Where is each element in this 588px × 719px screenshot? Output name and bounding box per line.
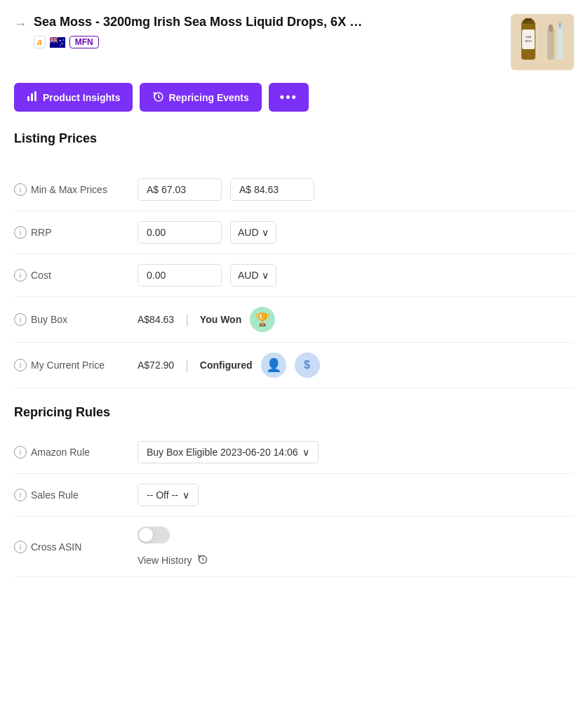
cost-value: 0.00 AUD ∨: [138, 264, 574, 286]
current-price-info-icon[interactable]: i: [14, 359, 27, 371]
cross-asin-label: i Cross ASIN: [14, 541, 126, 553]
history-icon: [196, 553, 208, 567]
cost-currency-select[interactable]: AUD ∨: [230, 264, 276, 286]
min-max-prices-value: A$ 67.03 A$ 84.63: [138, 178, 574, 201]
trophy-badge: 🏆: [250, 307, 275, 332]
dollar-icon: $: [304, 359, 310, 371]
current-price-label: i My Current Price: [14, 359, 126, 371]
amazon-rule-chevron-icon: ∨: [302, 447, 309, 458]
toggle-knob: [139, 528, 153, 542]
dollar-badge[interactable]: $: [295, 352, 320, 378]
amazon-rule-label: i Amazon Rule: [14, 446, 126, 459]
current-price-label-text: My Current Price: [31, 360, 105, 371]
buy-box-label: i Buy Box: [14, 313, 126, 326]
min-price-input[interactable]: A$ 67.03: [138, 178, 222, 201]
product-badges: a ★: [34, 36, 362, 48]
amazon-rule-info-icon[interactable]: i: [14, 446, 27, 459]
cross-asin-info-icon[interactable]: i: [14, 541, 27, 553]
buy-box-status: You Won: [200, 314, 241, 325]
current-price-amount: A$72.90: [138, 360, 174, 371]
product-insights-button[interactable]: Product Insights: [14, 83, 133, 112]
cross-asin-label-text: Cross ASIN: [31, 541, 81, 553]
person-badge[interactable]: 👤: [261, 352, 286, 378]
buy-box-price: A$84.63: [138, 314, 174, 325]
listing-prices-title: Listing Prices: [14, 131, 574, 146]
sales-rule-label: i Sales Rule: [14, 489, 126, 501]
product-title-block: Sea Moss - 3200mg Irish Sea Moss Liquid …: [34, 14, 362, 48]
more-options-button[interactable]: •••: [269, 83, 309, 112]
cost-input-value: 0.00: [147, 270, 166, 281]
product-title: Sea Moss - 3200mg Irish Sea Moss Liquid …: [34, 14, 362, 30]
cost-chevron-icon: ∨: [262, 270, 269, 281]
cost-label: i Cost: [14, 269, 126, 282]
sales-rule-select[interactable]: -- Off -- ∨: [138, 484, 199, 506]
rrp-input-value: 0.00: [147, 227, 166, 238]
cost-info-icon[interactable]: i: [14, 269, 27, 282]
sales-rule-value: -- Off -- ∨: [138, 484, 574, 506]
cost-label-text: Cost: [31, 270, 51, 281]
rrp-label-text: RRP: [31, 227, 52, 238]
clock-back-icon: [152, 91, 163, 104]
svg-rect-19: [522, 29, 535, 49]
max-price-input[interactable]: A$ 84.63: [230, 178, 314, 201]
product-insights-label: Product Insights: [43, 92, 120, 103]
svg-rect-23: [549, 25, 553, 32]
current-price-row: i My Current Price A$72.90 | Configured …: [14, 343, 574, 388]
svg-rect-15: [511, 14, 574, 70]
buy-box-row: i Buy Box A$84.63 | You Won 🏆: [14, 297, 574, 343]
min-max-prices-row: i Min & Max Prices A$ 67.03 A$ 84.63: [14, 169, 574, 211]
sales-rule-chevron-icon: ∨: [182, 489, 189, 501]
cross-asin-row: i Cross ASIN View History: [14, 517, 574, 577]
svg-rect-27: [31, 93, 33, 101]
cross-asin-toggle[interactable]: [138, 527, 170, 543]
view-history-button[interactable]: View History: [138, 553, 208, 567]
max-price-value: A$ 84.63: [239, 184, 279, 195]
sales-rule-label-text: Sales Rule: [31, 489, 79, 501]
view-history-label: View History: [138, 555, 192, 566]
min-max-label-text: Min & Max Prices: [31, 184, 107, 195]
rrp-input[interactable]: 0.00: [138, 221, 222, 244]
svg-rect-26: [27, 96, 29, 101]
amazon-rule-select-value: Buy Box Eligible 2023-06-20 14:06: [147, 447, 298, 458]
svg-text:★: ★: [62, 39, 65, 41]
svg-rect-24: [557, 25, 563, 60]
bar-chart-icon: [27, 91, 38, 104]
min-max-info-icon[interactable]: i: [14, 183, 27, 196]
listing-prices-section: Listing Prices i Min & Max Prices A$ 67.…: [14, 131, 574, 388]
current-price-status: Configured: [200, 360, 253, 371]
repricing-rules-section: Repricing Rules i Amazon Rule Buy Box El…: [14, 405, 574, 577]
page-wrapper: → Sea Moss - 3200mg Irish Sea Moss Liqui…: [0, 0, 588, 719]
product-image: SEA MOSS: [511, 14, 574, 70]
svg-rect-25: [559, 22, 561, 28]
current-price-divider: |: [185, 358, 189, 373]
rrp-value: 0.00 AUD ∨: [138, 221, 574, 244]
rrp-chevron-icon: ∨: [262, 227, 269, 238]
min-price-value: A$ 67.03: [147, 184, 186, 195]
rrp-currency-select[interactable]: AUD ∨: [230, 221, 276, 244]
repricing-events-label: Repricing Events: [168, 92, 248, 103]
rrp-row: i RRP 0.00 AUD ∨: [14, 211, 574, 254]
svg-rect-18: [525, 18, 532, 21]
more-dots-label: •••: [280, 90, 298, 105]
au-flag-icon: ★ ★ ★ ★ ★: [50, 37, 65, 48]
repricing-events-button[interactable]: Repricing Events: [140, 83, 261, 112]
amazon-rule-label-text: Amazon Rule: [31, 447, 90, 458]
svg-rect-22: [547, 28, 554, 60]
buy-box-value: A$84.63 | You Won 🏆: [138, 307, 574, 332]
person-icon: 👤: [266, 357, 281, 373]
rrp-label: i RRP: [14, 226, 126, 239]
amazon-rule-select[interactable]: Buy Box Eligible 2023-06-20 14:06 ∨: [138, 441, 319, 463]
action-buttons: Product Insights Repricing Events •••: [14, 83, 574, 112]
sales-rule-info-icon[interactable]: i: [14, 489, 27, 501]
rrp-info-icon[interactable]: i: [14, 226, 27, 239]
sales-rule-row: i Sales Rule -- Off -- ∨: [14, 474, 574, 517]
rrp-currency-value: AUD: [238, 227, 259, 238]
min-max-prices-label: i Min & Max Prices: [14, 183, 126, 196]
back-arrow-icon[interactable]: →: [14, 17, 27, 32]
buy-box-label-text: Buy Box: [31, 314, 67, 325]
product-header-left: → Sea Moss - 3200mg Irish Sea Moss Liqui…: [14, 14, 511, 48]
current-price-value: A$72.90 | Configured 👤 $: [138, 352, 574, 378]
buy-box-info-icon[interactable]: i: [14, 313, 27, 326]
trophy-icon: 🏆: [255, 312, 270, 327]
cost-input[interactable]: 0.00: [138, 264, 222, 286]
